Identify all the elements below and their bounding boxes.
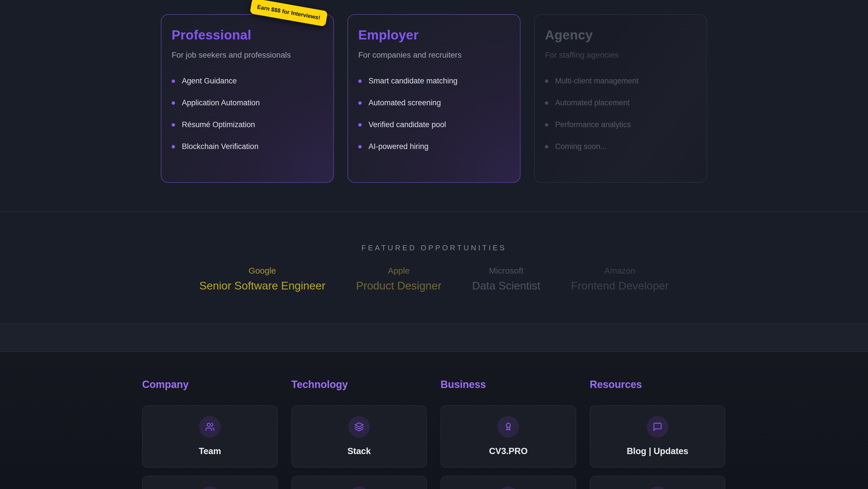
featured-jobs-row: Google Senior Software Engineer Apple Pr… [0, 266, 868, 292]
footer-link-stack[interactable]: Stack [291, 405, 427, 468]
footer-link-label: Stack [347, 446, 371, 456]
plan-subtitle: For job seekers and professionals [172, 51, 323, 60]
bullet-dot [358, 80, 362, 83]
footer-column-company: Company Team [142, 379, 278, 489]
bullet-dot [358, 101, 362, 105]
plans-section: Earn $$$ for Interviews! Professional Fo… [0, 0, 868, 212]
footer-column-heading: Resources [590, 379, 725, 391]
plan-feature-item: Smart candidate matching [358, 77, 510, 85]
bullet-dot [545, 101, 548, 105]
job-role: Frontend Developer [571, 280, 669, 292]
footer-link-partial[interactable] [291, 476, 427, 489]
bullet-dot [358, 123, 362, 126]
footer-column-heading: Business [440, 379, 576, 391]
plan-feature-item: Coming soon... [545, 142, 696, 151]
featured-job-apple[interactable]: Apple Product Designer [356, 266, 441, 292]
featured-heading: FEATURED OPPORTUNITIES [0, 212, 868, 252]
layers-icon [348, 416, 370, 438]
footer-link-partial[interactable] [440, 476, 576, 489]
job-role: Data Scientist [472, 280, 540, 292]
plan-feature-item: Agent Guidance [172, 77, 323, 85]
footer-link-blog-updates[interactable]: Blog | Updates [590, 405, 725, 468]
section-spacer [0, 324, 868, 352]
plan-feature-item: Automated screening [358, 98, 510, 107]
footer-link-cv3pro[interactable]: CV3.PRO [440, 405, 576, 468]
landing-page: Earn $$$ for Interviews! Professional Fo… [0, 0, 868, 489]
plan-feature-item: AI-powered hiring [358, 142, 510, 151]
footer: Company Team Technology Stack [0, 352, 868, 489]
job-role: Product Designer [356, 280, 441, 292]
link-icon [647, 486, 668, 489]
users-icon [199, 416, 221, 438]
footer-link-label: Team [199, 446, 221, 456]
award-icon [498, 416, 519, 438]
plan-feature-item: Application Automation [172, 98, 323, 107]
plan-title: Agency [545, 27, 696, 42]
plan-card-agency: Agency For staffing agencies Multi-clien… [534, 14, 707, 183]
plan-feature-list: Agent Guidance Application Automation Ré… [172, 77, 323, 151]
bullet-dot [172, 145, 175, 148]
plan-subtitle: For staffing agencies [545, 51, 696, 60]
plan-feature-item: Performance analytics [545, 120, 696, 129]
link-icon [199, 486, 221, 489]
footer-link-label: Blog | Updates [627, 446, 688, 456]
footer-column-business: Business CV3.PRO [440, 379, 576, 489]
footer-grid: Company Team Technology Stack [142, 379, 726, 489]
plan-cards-row: Earn $$$ for Interviews! Professional Fo… [0, 0, 868, 183]
bullet-dot [172, 101, 175, 105]
featured-job-microsoft[interactable]: Microsoft Data Scientist [472, 266, 540, 292]
plan-feature-item: Automated placement [545, 98, 696, 107]
bullet-dot [545, 145, 548, 148]
job-company: Amazon [571, 266, 669, 276]
bullet-dot [545, 80, 548, 83]
footer-link-partial[interactable] [142, 476, 278, 489]
plan-feature-item: Blockchain Verification [172, 142, 323, 151]
plan-feature-list: Smart candidate matching Automated scree… [358, 77, 510, 151]
plan-title: Employer [358, 27, 510, 42]
footer-column-technology: Technology Stack [291, 379, 427, 489]
message-square-icon [647, 416, 668, 438]
featured-opportunities-section: FEATURED OPPORTUNITIES Google Senior Sof… [0, 212, 868, 324]
footer-link-label: CV3.PRO [489, 446, 528, 456]
footer-link-team[interactable]: Team [142, 405, 278, 468]
job-company: Microsoft [472, 266, 540, 276]
plan-card-professional[interactable]: Earn $$$ for Interviews! Professional Fo… [161, 14, 334, 183]
plan-feature-list: Multi-client management Automated placem… [545, 77, 696, 151]
footer-column-heading: Technology [291, 379, 427, 391]
bullet-dot [172, 123, 175, 126]
bullet-dot [172, 80, 175, 83]
footer-column-resources: Resources Blog | Updates [590, 379, 725, 489]
footer-column-heading: Company [142, 379, 278, 391]
job-role: Senior Software Engineer [199, 280, 325, 292]
plan-card-employer[interactable]: Employer For companies and recruiters Sm… [347, 14, 521, 183]
bullet-dot [545, 123, 548, 126]
plan-title: Professional [172, 27, 323, 42]
plan-feature-item: Résumé Optimization [172, 120, 323, 129]
earn-for-interviews-badge: Earn $$$ for Interviews! [250, 0, 328, 27]
job-company: Apple [356, 266, 441, 276]
link-icon [498, 486, 519, 489]
featured-job-amazon[interactable]: Amazon Frontend Developer [571, 266, 669, 292]
job-company: Google [199, 266, 325, 276]
footer-link-partial[interactable] [590, 476, 725, 489]
link-icon [348, 486, 370, 489]
plan-feature-item: Verified candidate pool [358, 120, 510, 129]
bullet-dot [358, 145, 362, 148]
plan-subtitle: For companies and recruiters [358, 51, 510, 60]
plan-feature-item: Multi-client management [545, 77, 696, 85]
featured-job-google[interactable]: Google Senior Software Engineer [199, 266, 325, 292]
